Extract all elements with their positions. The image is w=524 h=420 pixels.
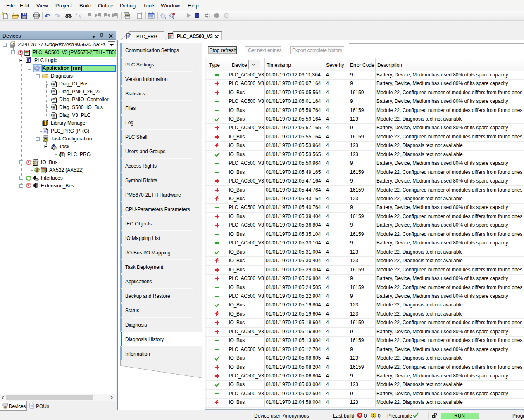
svg-text:B: B <box>79 15 81 19</box>
svg-text:A: A <box>75 12 78 16</box>
